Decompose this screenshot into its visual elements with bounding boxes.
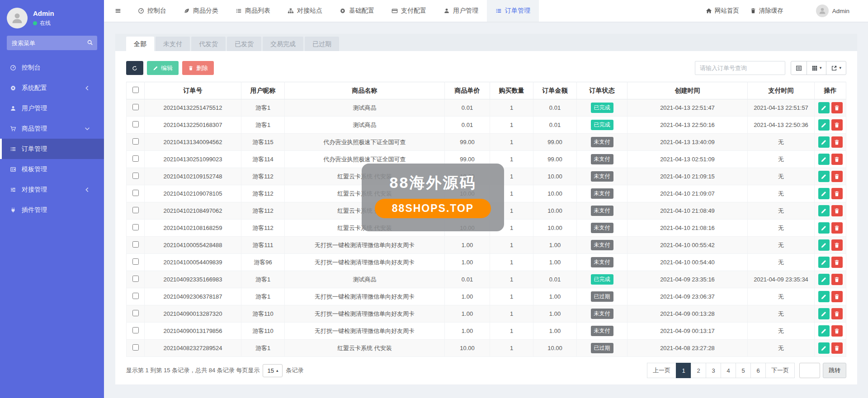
tab-4[interactable]: 交易完成 — [263, 37, 303, 51]
next-page-button[interactable]: 下一页 — [765, 363, 795, 378]
row-edit-button[interactable] — [818, 119, 830, 131]
row-checkbox[interactable] — [132, 121, 139, 127]
row-checkbox[interactable] — [132, 138, 139, 145]
export-button[interactable]: ▾ — [826, 61, 846, 75]
search-icon[interactable] — [87, 39, 93, 46]
menu-search-input[interactable] — [7, 36, 97, 50]
row-checkbox[interactable] — [132, 207, 139, 213]
row-delete-button[interactable] — [831, 325, 843, 337]
row-edit-button[interactable] — [818, 325, 830, 337]
row-checkbox[interactable] — [132, 173, 139, 179]
row-checkbox[interactable] — [132, 293, 139, 299]
sidebar-item-user-manage[interactable]: 用户管理 — [0, 98, 104, 118]
user-menu[interactable]: Admin — [816, 5, 849, 17]
row-delete-button[interactable] — [831, 291, 843, 302]
nav-item-base-config[interactable]: 基础配置 — [331, 0, 383, 22]
nav-item-pay-config[interactable]: 支付配置 — [383, 0, 435, 22]
row-delete-button[interactable] — [831, 205, 843, 216]
select-all-checkbox[interactable] — [132, 87, 139, 93]
row-checkbox[interactable] — [132, 224, 139, 230]
tab-2[interactable]: 代发货 — [191, 37, 226, 51]
sidebar-item-plugin-manage[interactable]: 插件管理 — [0, 200, 104, 220]
row-edit-button[interactable] — [818, 136, 830, 148]
row-delete-button[interactable] — [831, 342, 843, 354]
nav-item-dashboard[interactable]: 控制台 — [129, 0, 175, 22]
row-checkbox[interactable] — [132, 310, 139, 316]
row-delete-button[interactable] — [831, 154, 843, 165]
row-checkbox[interactable] — [132, 344, 139, 351]
row-edit-button[interactable] — [818, 102, 830, 113]
row-checkbox[interactable] — [132, 155, 139, 162]
page-button-5[interactable]: 5 — [736, 363, 751, 378]
order-search-input[interactable] — [695, 61, 785, 75]
row-delete-button[interactable] — [831, 119, 843, 131]
row-checkbox[interactable] — [132, 327, 139, 333]
row-checkbox[interactable] — [132, 104, 139, 110]
nav-item-label: 用户管理 — [453, 7, 478, 15]
sidebar-item-order-manage[interactable]: 订单管理 — [0, 139, 104, 159]
page-button-2[interactable]: 2 — [691, 363, 706, 378]
page-button-4[interactable]: 4 — [721, 363, 736, 378]
row-checkbox[interactable] — [132, 241, 139, 248]
admin-app: Admin 在线 控制台系统配置用户管理商品管理订单管理模板管理对接管理插件管理… — [0, 0, 868, 398]
row-edit-button[interactable] — [818, 188, 830, 199]
nav-item-goods-list[interactable]: 商品列表 — [227, 0, 279, 22]
sidebar-item-template-manage[interactable]: 模板管理 — [0, 159, 104, 179]
tab-0[interactable]: 全部 — [126, 37, 154, 51]
sidebar-item-goods-manage[interactable]: 商品管理 — [0, 118, 104, 139]
sidebar-item-system-config[interactable]: 系统配置 — [0, 78, 104, 98]
row-checkbox[interactable] — [132, 276, 139, 282]
row-checkbox[interactable] — [132, 190, 139, 196]
row-delete-button[interactable] — [831, 188, 843, 199]
row-edit-button[interactable] — [818, 342, 830, 354]
status-badge: 未支付 — [591, 240, 613, 250]
row-delete-button[interactable] — [831, 222, 843, 234]
row-delete-button[interactable] — [831, 274, 843, 285]
user-icon — [443, 8, 450, 14]
site-home-link[interactable]: 网站首页 — [706, 7, 739, 15]
row-delete-button[interactable] — [831, 171, 843, 182]
delete-button[interactable]: 删除 — [182, 61, 214, 75]
row-edit-button[interactable] — [818, 257, 830, 268]
row-edit-button[interactable] — [818, 222, 830, 234]
sidebar-item-dock-manage[interactable]: 对接管理 — [0, 179, 104, 200]
row-delete-button[interactable] — [831, 239, 843, 251]
actions-cell — [815, 134, 846, 151]
detail-view-button[interactable] — [791, 61, 807, 75]
row-edit-button[interactable] — [818, 308, 830, 319]
edit-button[interactable]: 编辑 — [147, 61, 179, 75]
prev-page-button[interactable]: 上一页 — [647, 363, 676, 378]
row-delete-button[interactable] — [831, 102, 843, 113]
row-edit-button[interactable] — [818, 171, 830, 182]
order-status-cell: 未支付 — [577, 202, 627, 220]
row-checkbox[interactable] — [132, 258, 139, 265]
row-edit-button[interactable] — [818, 154, 830, 165]
nav-item-order-manage[interactable]: 订单管理 — [487, 0, 539, 22]
page-button-3[interactable]: 3 — [706, 363, 721, 378]
columns-button[interactable]: ▾ — [807, 61, 827, 75]
row-edit-button[interactable] — [818, 239, 830, 251]
chevron-left-icon — [84, 187, 90, 193]
row-edit-button[interactable] — [818, 291, 830, 302]
nav-item-user-manage[interactable]: 用户管理 — [435, 0, 487, 22]
row-delete-button[interactable] — [831, 308, 843, 319]
row-edit-button[interactable] — [818, 205, 830, 216]
page-button-1[interactable]: 1 — [676, 363, 691, 378]
row-delete-button[interactable] — [831, 257, 843, 268]
sidebar-item-dashboard[interactable]: 控制台 — [0, 57, 104, 78]
nav-item-goods-category[interactable]: 商品分类 — [175, 0, 227, 22]
page-jump-button[interactable]: 跳转 — [823, 363, 846, 378]
page-size-select[interactable]: 15 ▴ — [263, 364, 283, 377]
page-button-6[interactable]: 6 — [750, 363, 766, 378]
row-delete-button[interactable] — [831, 136, 843, 148]
refresh-button[interactable] — [126, 61, 143, 75]
menu-toggle-icon[interactable] — [109, 8, 127, 14]
nav-item-dock-site[interactable]: 对接站点 — [279, 0, 331, 22]
row-edit-button[interactable] — [818, 274, 830, 285]
page-jump-input[interactable] — [799, 363, 820, 378]
tab-5[interactable]: 已过期 — [305, 37, 339, 51]
tab-1[interactable]: 未支付 — [156, 37, 190, 51]
clear-cache-link[interactable]: 清除缓存 — [750, 7, 783, 15]
tab-3[interactable]: 已发货 — [227, 37, 261, 51]
row-actions — [815, 222, 846, 234]
